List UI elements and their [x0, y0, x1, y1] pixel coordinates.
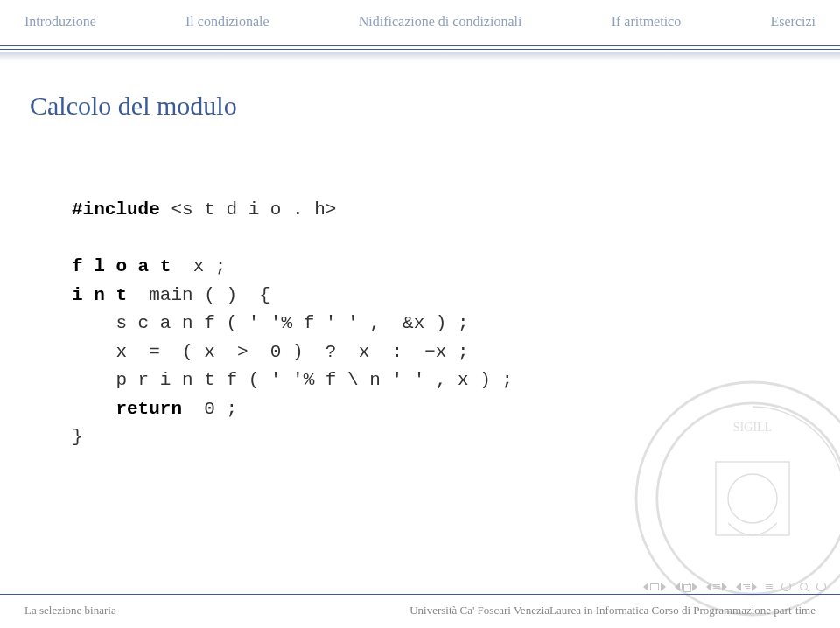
nav-item-aritmetico[interactable]: If aritmetico — [612, 14, 682, 30]
slide-title: Calcolo del modulo — [0, 61, 840, 121]
header-divider — [0, 45, 840, 61]
nav-subsection-group[interactable] — [675, 583, 697, 591]
code-keyword-int: i n t — [72, 285, 127, 305]
footer-left: La selezione binaria — [24, 604, 116, 618]
code-block: #include <s t d i o . h> f l o a t x ; i… — [0, 121, 840, 452]
code-text: x ; — [171, 256, 226, 276]
code-text: } — [72, 427, 83, 447]
code-text: main ( ) { — [127, 285, 270, 305]
code-keyword-float: f l o a t — [72, 256, 171, 276]
code-text: x = ( x > 0 ) ? x : −x ; — [72, 342, 469, 362]
code-text: 0 ; — [182, 399, 237, 419]
svg-point-4 — [728, 474, 777, 523]
nav-search-icon[interactable] — [800, 583, 808, 590]
footer-right: Università Ca' Foscari VeneziaLaurea in … — [410, 604, 816, 618]
code-text: p r i n t f ( ' '% f \ n ' ' , x ) ; — [72, 370, 513, 390]
code-text: s c a n f ( ' '% f ' ' , &x ) ; — [72, 313, 469, 333]
nav-appendix-icon[interactable] — [766, 584, 773, 589]
nav-back-icon[interactable] — [781, 582, 791, 591]
header-nav: Introduzione Il condizionale Nidificazio… — [0, 0, 840, 42]
footer: La selezione binaria Università Ca' Fosc… — [0, 604, 840, 618]
nav-item-esercizi[interactable]: Esercizi — [770, 14, 816, 30]
code-text: <s t d i o . h> — [160, 199, 337, 220]
nav-forward-icon[interactable] — [816, 582, 826, 591]
svg-rect-3 — [716, 462, 789, 535]
nav-section-group[interactable] — [706, 583, 727, 591]
footer-divider — [0, 594, 840, 595]
beamer-nav-icons — [643, 582, 826, 591]
nav-item-condizionale[interactable]: Il condizionale — [186, 14, 270, 30]
code-keyword-return: return — [72, 399, 182, 419]
nav-frame-group[interactable] — [643, 583, 666, 591]
nav-doc-group[interactable] — [736, 583, 757, 591]
code-keyword-include: #include — [72, 199, 160, 220]
nav-item-nidificazione[interactable]: Nidificazione di condizionali — [359, 14, 522, 30]
nav-item-introduzione[interactable]: Introduzione — [24, 14, 96, 30]
